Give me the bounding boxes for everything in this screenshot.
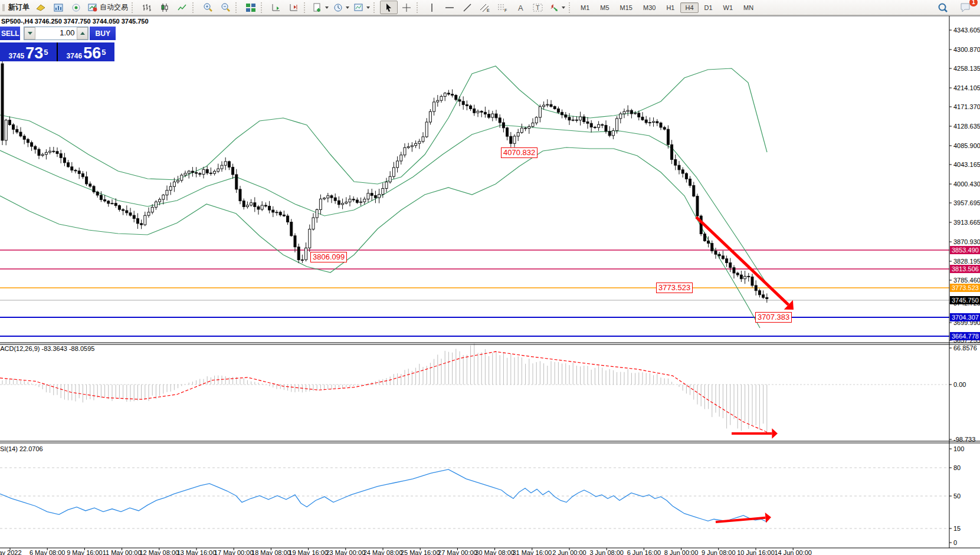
- cursor-tool[interactable]: [380, 1, 398, 14]
- search-icon[interactable]: [934, 1, 952, 14]
- candle: [557, 109, 559, 112]
- candle: [525, 128, 527, 129]
- candle: [623, 111, 625, 114]
- candle: [264, 205, 267, 206]
- chart-canvas[interactable]: 4343.6054300.8704258.1354214.1054171.370…: [0, 0, 980, 555]
- buy-price-box[interactable]: 3746565: [58, 42, 114, 61]
- sell-button[interactable]: SELL: [0, 27, 20, 40]
- fibonacci-tool[interactable]: F: [494, 1, 512, 14]
- line-chart-type-icon[interactable]: [173, 1, 191, 14]
- candle: [8, 120, 11, 125]
- candle: [616, 119, 618, 131]
- dropdown-caret: [366, 6, 370, 9]
- volume-increase-button[interactable]: [77, 27, 88, 40]
- new-indicator-icon[interactable]: [310, 1, 331, 14]
- timeframe-button-MN[interactable]: MN: [739, 2, 758, 13]
- bollinger-lower-band: [0, 147, 760, 328]
- buy-button[interactable]: BUY: [90, 27, 116, 40]
- bar-chart-type-icon[interactable]: [138, 1, 156, 14]
- candle: [751, 277, 753, 285]
- new-chart-icon[interactable]: [50, 1, 67, 14]
- candle: [250, 203, 253, 205]
- equidistant-channel-tool[interactable]: E: [476, 1, 494, 14]
- timeframe-button-M5[interactable]: M5: [595, 2, 614, 13]
- candle: [620, 114, 622, 119]
- timeframe-button-M30[interactable]: M30: [638, 2, 660, 13]
- price-annotation[interactable]: 3773.523: [656, 283, 693, 293]
- sell-price-box[interactable]: 3745735: [0, 42, 57, 61]
- price-tick-label: 4343.605: [953, 27, 980, 34]
- candle: [404, 147, 406, 155]
- candlestick-chart-type-icon[interactable]: [156, 1, 173, 14]
- trend-arrow-object[interactable]: [696, 217, 788, 305]
- candle: [246, 205, 248, 207]
- candle: [382, 188, 384, 194]
- chart-shift-icon[interactable]: [285, 1, 303, 14]
- candle: [1, 64, 4, 140]
- candle: [671, 145, 673, 159]
- date-label: 11 May 00:00: [103, 549, 142, 555]
- candle: [543, 105, 545, 107]
- new-order-button[interactable]: 新订单: [6, 1, 32, 14]
- candle: [217, 169, 219, 171]
- candle: [352, 199, 355, 200]
- candle: [711, 244, 713, 251]
- candle: [396, 161, 399, 168]
- price-annotation[interactable]: 3707.383: [755, 312, 792, 323]
- svg-text:A: A: [518, 4, 523, 12]
- svg-text:T: T: [536, 4, 540, 11]
- trendline-tool[interactable]: [458, 1, 476, 14]
- candle: [235, 175, 238, 189]
- main-toolbar: 新订单 自动交易 E F A T M1M5M15M30H1H4D1W1MN 1: [0, 0, 980, 15]
- candle: [323, 198, 326, 199]
- timeframe-button-M1[interactable]: M1: [576, 2, 594, 13]
- candle: [283, 215, 285, 216]
- candle: [118, 206, 120, 210]
- candle: [407, 147, 409, 148]
- down-arrow-icon: [28, 32, 32, 35]
- zoom-out-icon[interactable]: [217, 1, 234, 14]
- arrows-tool[interactable]: [547, 1, 568, 14]
- toolbar-grip: [569, 2, 574, 13]
- toolbar-grip: [235, 2, 241, 13]
- timeframe-button-H4[interactable]: H4: [680, 2, 698, 13]
- template-icon[interactable]: [352, 1, 372, 14]
- period-clock-icon[interactable]: [331, 1, 352, 14]
- candle: [685, 173, 687, 179]
- candle: [667, 129, 669, 145]
- metaeditor-icon[interactable]: [32, 1, 50, 14]
- timeframe-button-D1[interactable]: D1: [700, 2, 717, 13]
- volume-decrease-button[interactable]: [24, 27, 35, 40]
- text-label-tool[interactable]: T: [529, 1, 547, 14]
- vertical-line-tool[interactable]: [423, 1, 441, 14]
- candle: [177, 180, 179, 182]
- timeframe-button-M15[interactable]: M15: [615, 2, 637, 13]
- chat-icon[interactable]: 1: [956, 1, 974, 14]
- candle: [257, 206, 260, 209]
- tile-windows-icon[interactable]: [242, 1, 260, 14]
- candle: [12, 124, 15, 129]
- candle: [660, 123, 662, 127]
- signal-icon[interactable]: [67, 1, 85, 14]
- crosshair-tool[interactable]: [398, 1, 415, 14]
- text-tool[interactable]: A: [512, 1, 529, 14]
- candle: [605, 125, 607, 131]
- candle: [23, 136, 25, 140]
- timeframe-button-W1[interactable]: W1: [719, 2, 738, 13]
- timeframe-button-H1[interactable]: H1: [661, 2, 679, 13]
- price-annotation[interactable]: 4070.832: [501, 147, 537, 158]
- price-tick-label: 4214.105: [953, 84, 980, 91]
- zoom-in-icon[interactable]: [199, 1, 217, 14]
- candle: [19, 132, 22, 136]
- price-badge-label: 3704.307: [952, 314, 979, 321]
- horizontal-line-tool[interactable]: [441, 1, 458, 14]
- candle: [678, 165, 680, 170]
- candle: [565, 115, 567, 117]
- price-annotation[interactable]: 3806.099: [310, 252, 347, 262]
- candle: [466, 104, 468, 106]
- clipped-toolbar-icon[interactable]: [0, 1, 6, 14]
- autotrading-button[interactable]: 自动交易: [85, 1, 130, 14]
- candle: [583, 117, 585, 121]
- auto-scroll-icon[interactable]: [267, 1, 285, 14]
- volume-input[interactable]: 1.00: [35, 27, 77, 40]
